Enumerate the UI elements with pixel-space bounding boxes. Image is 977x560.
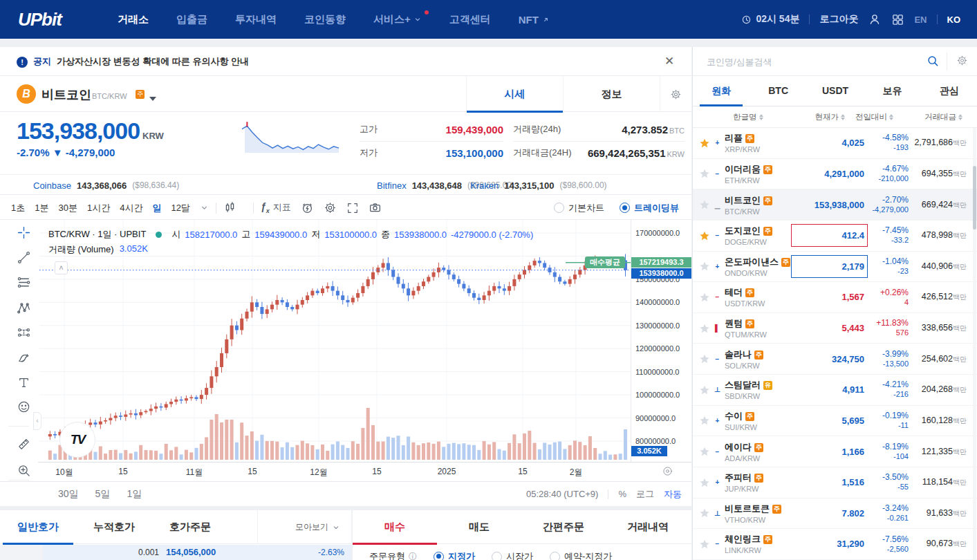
interval-4시간[interactable]: 4시간 — [120, 202, 142, 214]
basic-chart-radio[interactable]: 기본차트 — [554, 202, 604, 214]
order-type-radio-예약-지정가[interactable]: 예약-지정가 — [550, 550, 612, 560]
interval-1분[interactable]: 1분 — [35, 202, 48, 214]
indicator-button[interactable]: ƒx 지표 — [261, 201, 291, 214]
tradingview-radio[interactable]: 트레이딩뷰 — [620, 202, 679, 214]
search-icon[interactable] — [927, 55, 939, 67]
market-row-VTHO/KRW[interactable]: ⊥비토르토큰 주VTHO/KRW7.802-3.24%-0.26191,633백… — [693, 498, 977, 530]
market-tab-보유[interactable]: 보유 — [864, 76, 920, 106]
range-button-30일[interactable]: 30일 — [58, 488, 79, 501]
column-header-전일대비[interactable]: 전일대비 — [845, 112, 893, 122]
order-type-radio-지정가[interactable]: 지정가 — [434, 550, 475, 560]
favorite-star-icon[interactable] — [700, 508, 712, 518]
notice-bar[interactable]: ! 공지 가상자산시장 변동성 확대에 따른 유의사항 안내 ✕ — [0, 47, 691, 76]
favorite-star-icon[interactable] — [700, 292, 712, 302]
candle-style-icon[interactable] — [223, 201, 236, 214]
alert-icon[interactable] — [301, 201, 314, 214]
market-tab-BTC[interactable]: BTC — [750, 76, 806, 106]
column-header-거래대금[interactable]: 거래대금 — [893, 112, 977, 122]
interval-1초[interactable]: 1초 — [11, 202, 25, 214]
nav-item-투자내역[interactable]: 투자내역 — [235, 13, 277, 26]
order-tab-매수[interactable]: 매수 — [353, 510, 437, 544]
fullscreen-icon[interactable] — [346, 202, 359, 214]
market-row-DOGE/KRW[interactable]: −도지코인 주DOGE/KRW412.4-7.45%-33.2478,998백만 — [693, 221, 977, 252]
help-info-icon[interactable]: ⓘ — [409, 551, 417, 560]
market-row-JUP/KRW[interactable]: +주피터 주JUP/KRW1,516-3.50%-55118,154백만 — [693, 467, 977, 498]
market-row-BTC/KRW[interactable]: ▁비트코인 주BTC/KRW153,938,000-2.70%-4,279,00… — [693, 189, 977, 221]
axis-settings-icon[interactable] — [662, 465, 673, 477]
orderbook-tab-일반호가[interactable]: 일반호가 — [0, 510, 76, 544]
orderbook-tab-누적호가[interactable]: 누적호가 — [76, 510, 152, 544]
nav-item-입출금[interactable]: 입출금 — [176, 13, 207, 26]
market-row-SBD/KRW[interactable]: ⊥스팀달러 유SBD/KRW4,911-4.21%-216204,268백만 — [693, 375, 977, 406]
logout-button[interactable]: 로그아웃 — [819, 13, 858, 26]
nav-item-고객센터[interactable]: 고객센터 — [449, 13, 491, 26]
market-row-ETH/KRW[interactable]: −이더리움 주ETH/KRW4,291,000-4.67%-210,000694… — [693, 159, 977, 190]
favorite-star-icon[interactable] — [700, 416, 712, 425]
market-row-QTUM/KRW[interactable]: ▌퀀텀 주QTUM/KRW5,443+11.83%576338,656백만 — [693, 313, 977, 344]
market-row-LINK/KRW[interactable]: −체인링크 주LINK/KRW31,290-7.56%-2,56090,673백… — [693, 529, 977, 560]
market-row-USDT/KRW[interactable]: −테더 주USDT/KRW1,567+0.26%4426,512백만 — [693, 282, 977, 313]
market-row-XRP/KRW[interactable]: +리플 주XRP/KRW4,025-4.58%-1932,791,686백만 — [693, 128, 977, 159]
order-tab-거래내역[interactable]: 거래내역 — [606, 510, 690, 544]
settings-gear-icon[interactable] — [324, 201, 337, 214]
tab-info[interactable]: 정보 — [563, 76, 660, 112]
favorite-star-icon[interactable] — [700, 385, 712, 395]
market-row-SUI/KRW[interactable]: +수이 주SUI/KRW5,695-0.19%-11160,128백만 — [693, 406, 977, 437]
tradingview-logo[interactable]: TV — [59, 422, 95, 458]
favorite-star-icon[interactable] — [700, 261, 712, 271]
camera-icon[interactable] — [369, 201, 382, 214]
market-row-ONDO/KRW[interactable]: +온도파이낸스 주ONDO/KRW2,179-1.04%-23440,906백만 — [693, 252, 977, 283]
favorite-star-icon[interactable] — [700, 169, 712, 178]
column-header-한글명[interactable]: 한글명 — [693, 112, 776, 122]
favorite-star-icon[interactable] — [700, 324, 712, 333]
exchange-price-Kraken[interactable]: Kraken143,315,100($98,600.00) — [470, 175, 607, 196]
orderbook-row[interactable]: 0.001 154,056,000 -2.63% — [0, 545, 351, 560]
favorite-star-icon[interactable] — [700, 231, 712, 241]
interval-일[interactable]: 일 — [152, 202, 161, 214]
search-input[interactable] — [707, 53, 914, 71]
market-tab-원화[interactable]: 원화 — [693, 76, 750, 106]
nav-item-거래소[interactable]: 거래소 — [118, 13, 149, 26]
interval-1시간[interactable]: 1시간 — [87, 202, 110, 214]
favorite-star-icon[interactable] — [700, 354, 712, 364]
nav-item-코인동향[interactable]: 코인동향 — [304, 13, 346, 26]
order-tab-간편주문[interactable]: 간편주문 — [521, 510, 606, 544]
interval-30분[interactable]: 30분 — [58, 202, 77, 214]
range-button-5일[interactable]: 5일 — [95, 488, 111, 501]
market-row-SOL/KRW[interactable]: −솔라나 주SOL/KRW324,750-3.99%-13,500254,602… — [693, 344, 977, 375]
favorite-star-icon[interactable] — [700, 539, 712, 549]
favorite-star-icon[interactable] — [700, 478, 712, 487]
apps-grid-icon[interactable] — [891, 13, 904, 26]
column-header-현재가[interactable]: 현재가 — [776, 112, 845, 122]
nav-item-서비스+[interactable]: 서비스+ — [373, 13, 422, 26]
favorite-star-icon[interactable] — [700, 200, 712, 209]
lang-en-button[interactable]: EN — [914, 15, 927, 25]
intervals-chevron-down-icon[interactable] — [200, 203, 209, 212]
upbit-logo[interactable]: UPbit — [18, 9, 62, 30]
rail-collapse-handle[interactable]: ‹ — [33, 412, 41, 430]
market-tab-관심[interactable]: 관심 — [921, 76, 977, 106]
zoom-in-icon[interactable] — [17, 463, 31, 478]
notice-close-icon[interactable]: ✕ — [662, 55, 676, 68]
lang-ko-button[interactable]: KO — [947, 15, 961, 25]
favorite-star-icon[interactable] — [700, 138, 712, 148]
order-tab-매도[interactable]: 매도 — [437, 510, 521, 544]
orderbook-tab-호가주문[interactable]: 호가주문 — [152, 510, 228, 544]
collapse-view-button[interactable]: 모아보기 — [257, 510, 340, 544]
chevron-up-icon[interactable]: ˄ — [55, 261, 68, 274]
sidebar-gear-icon[interactable] — [956, 55, 968, 66]
favorite-star-icon[interactable] — [700, 447, 712, 456]
scrollbar-thumb[interactable] — [973, 166, 976, 230]
percent-scale-button[interactable]: % — [618, 489, 626, 499]
nav-item-NFT[interactable]: NFT — [519, 14, 550, 26]
exchange-price-Coinbase[interactable]: Coinbase143,368,066($98,636.44) — [33, 175, 179, 196]
range-button-1일[interactable]: 1일 — [127, 488, 142, 501]
profile-icon[interactable] — [868, 12, 882, 26]
header-gear-icon[interactable] — [660, 76, 691, 112]
order-type-radio-시장가[interactable]: 시장가 — [492, 550, 533, 560]
log-scale-button[interactable]: 로그 — [636, 488, 654, 501]
chevron-down-icon[interactable] — [149, 91, 156, 104]
interval-12달[interactable]: 12달 — [171, 202, 189, 214]
market-tab-USDT[interactable]: USDT — [807, 76, 864, 106]
auto-scale-button[interactable]: 자동 — [664, 488, 682, 501]
